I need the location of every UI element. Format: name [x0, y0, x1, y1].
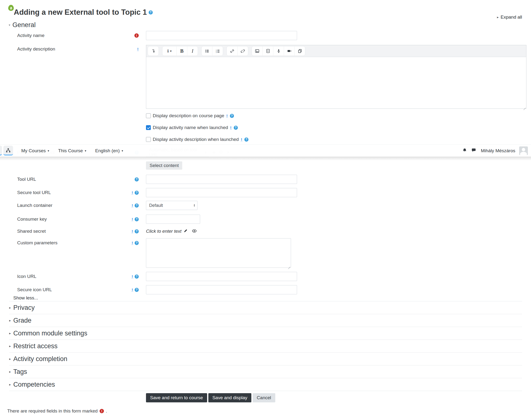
- section-toggle-common-module-settings[interactable]: Common module settings: [9, 327, 522, 340]
- chevron-right-icon: [9, 357, 11, 361]
- section-heading: Tags: [13, 368, 27, 375]
- save-and-display-button[interactable]: Save and display: [208, 393, 252, 402]
- chevron-right-icon: [9, 306, 11, 310]
- section-toggle-competencies[interactable]: Competencies: [9, 378, 522, 391]
- expand-all-link[interactable]: Expand all: [497, 15, 522, 20]
- section-toggle-general[interactable]: General: [9, 21, 36, 29]
- link-icon[interactable]: [227, 46, 237, 56]
- user-name[interactable]: Mihály Mészáros: [481, 148, 515, 153]
- description-textarea[interactable]: [146, 57, 526, 109]
- required-note-text: There are required fields in this form m…: [7, 408, 98, 414]
- section-toggle-grade[interactable]: Grade: [9, 314, 522, 327]
- section-toggle-tags[interactable]: Tags: [9, 365, 522, 378]
- external-tool-icon: [8, 5, 14, 11]
- select-content-row: Select content: [0, 161, 531, 170]
- record-audio-icon[interactable]: [273, 46, 284, 56]
- checkbox[interactable]: [146, 137, 151, 142]
- chevron-right-icon: [9, 370, 11, 374]
- checkbox-label[interactable]: Display activity name when launched: [153, 125, 228, 130]
- nav-menu-language[interactable]: English (en): [95, 148, 123, 153]
- unlink-icon[interactable]: [237, 46, 248, 56]
- record-video-icon[interactable]: [284, 46, 294, 56]
- collapsed-sections: Privacy Grade Common module settings Res…: [9, 301, 522, 391]
- advanced-icon: [132, 275, 133, 278]
- shared-secret-value[interactable]: Click to enter text: [146, 229, 182, 234]
- help-icon[interactable]: [230, 114, 234, 118]
- help-icon[interactable]: [135, 229, 139, 233]
- eye-icon[interactable]: [192, 229, 197, 234]
- help-icon[interactable]: [135, 203, 139, 208]
- help-icon[interactable]: [149, 10, 153, 15]
- advanced-icon: [132, 288, 133, 292]
- bell-icon[interactable]: [462, 148, 467, 154]
- show-less-link[interactable]: Show less...: [13, 295, 38, 301]
- collapse-toolbar-icon[interactable]: [148, 46, 159, 56]
- custom-parameters-row: Custom parameters: [0, 238, 531, 268]
- section-toggle-privacy[interactable]: Privacy: [9, 301, 522, 314]
- help-icon[interactable]: [135, 288, 139, 292]
- required-icon: [100, 409, 104, 413]
- tool-url-input[interactable]: [146, 175, 297, 184]
- section-heading: Common module settings: [13, 330, 87, 337]
- resize-handle[interactable]: [287, 264, 290, 267]
- chevron-right-icon: [497, 15, 499, 19]
- help-icon[interactable]: [244, 137, 248, 142]
- nav-tab-icon[interactable]: [0, 146, 2, 155]
- advanced-icon: [230, 126, 232, 130]
- activity-name-input[interactable]: [146, 31, 297, 40]
- icon-url-input[interactable]: [146, 272, 297, 281]
- media-icon[interactable]: [262, 46, 273, 56]
- secure-tool-url-row: Secure tool URL: [0, 188, 531, 197]
- select-content-button[interactable]: Select content: [146, 161, 182, 170]
- help-icon[interactable]: [135, 241, 139, 245]
- help-icon[interactable]: [135, 177, 139, 181]
- italic-icon[interactable]: [187, 46, 198, 56]
- advanced-icon: [241, 138, 243, 141]
- manage-files-icon[interactable]: [294, 46, 305, 56]
- secure-tool-url-label: Secure tool URL: [17, 190, 51, 195]
- nav-menu-label: This Course: [58, 148, 83, 153]
- checkbox[interactable]: [146, 113, 151, 118]
- sitemap-icon[interactable]: [3, 146, 13, 155]
- pencil-icon[interactable]: [184, 229, 188, 234]
- tool-url-row: Tool URL: [0, 175, 531, 184]
- required-note-period: .: [106, 408, 107, 414]
- avatar[interactable]: [519, 147, 528, 155]
- help-icon[interactable]: [135, 274, 139, 279]
- navbar: My Courses This Course English (en) Mihá…: [0, 145, 531, 157]
- secure-tool-url-input[interactable]: [146, 188, 297, 197]
- nav-menu-this-course[interactable]: This Course: [58, 148, 86, 153]
- section-toggle-restrict-access[interactable]: Restrict access: [9, 340, 522, 353]
- checkbox-label[interactable]: Display description on course page: [153, 113, 224, 119]
- launch-container-select[interactable]: Default ▴▾: [146, 201, 197, 210]
- nav-menu-my-courses[interactable]: My Courses: [21, 148, 49, 153]
- ordered-list-icon[interactable]: 123: [212, 46, 223, 56]
- save-and-return-button[interactable]: Save and return to course: [146, 393, 207, 402]
- page: Adding a new External tool to Topic 1 Ex…: [0, 0, 531, 420]
- secure-icon-url-row: Secure icon URL: [0, 285, 531, 294]
- advanced-icon: [132, 217, 133, 221]
- display-activity-name-row: Display activity name when launched: [146, 125, 238, 130]
- consumer-key-input[interactable]: [146, 215, 200, 224]
- checkbox[interactable]: [146, 125, 151, 130]
- checkbox-label[interactable]: Display activity description when launch…: [153, 137, 239, 142]
- page-title: Adding a new External tool to Topic 1: [14, 8, 153, 17]
- bold-icon[interactable]: [176, 46, 187, 56]
- unordered-list-icon[interactable]: [202, 46, 212, 56]
- advanced-icon: [132, 191, 133, 195]
- display-description-row: Display description on course page: [146, 113, 234, 119]
- secure-icon-url-input[interactable]: [146, 285, 297, 294]
- selected-option: Default: [149, 203, 163, 208]
- section-heading: Competencies: [13, 381, 55, 388]
- paragraph-styles-icon[interactable]: [162, 46, 176, 56]
- help-icon[interactable]: [234, 126, 238, 130]
- chat-icon[interactable]: [471, 148, 476, 154]
- cancel-button[interactable]: Cancel: [253, 393, 275, 402]
- help-icon[interactable]: [135, 217, 139, 221]
- image-icon[interactable]: [252, 46, 262, 56]
- custom-parameters-textarea[interactable]: [146, 238, 291, 268]
- help-icon[interactable]: [135, 191, 139, 195]
- section-heading: Privacy: [13, 304, 35, 312]
- resize-handle[interactable]: [523, 105, 526, 108]
- section-toggle-activity-completion[interactable]: Activity completion: [9, 353, 522, 365]
